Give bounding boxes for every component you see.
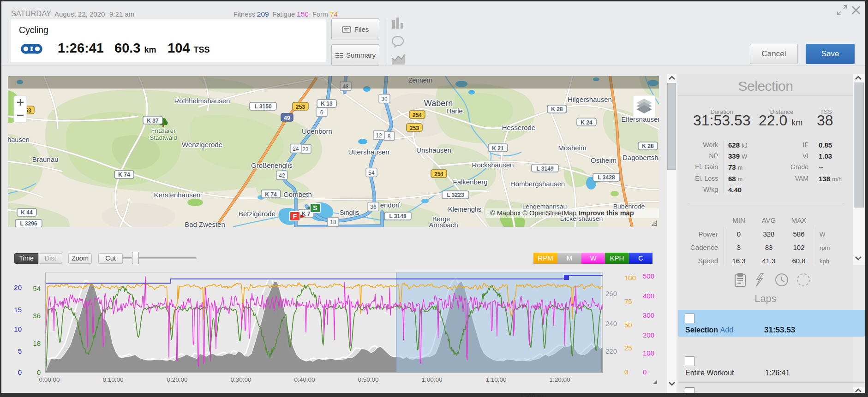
svg-text:0:00:00: 0:00:00: [39, 376, 60, 383]
svg-text:10: 10: [14, 325, 22, 333]
svg-text:0:10:00: 0:10:00: [102, 376, 123, 383]
svg-text:100: 100: [624, 274, 636, 282]
svg-text:18: 18: [33, 339, 41, 347]
svg-text:0:40:00: 0:40:00: [294, 376, 315, 383]
svg-text:400: 400: [643, 292, 654, 300]
svg-text:0: 0: [624, 368, 628, 376]
svg-text:0:50:00: 0:50:00: [358, 376, 378, 383]
svg-text:5: 5: [18, 347, 22, 355]
svg-text:0: 0: [643, 368, 647, 376]
svg-text:240: 240: [605, 320, 617, 327]
svg-text:220: 220: [605, 347, 617, 355]
svg-text:1:20:00: 1:20:00: [549, 376, 570, 383]
svg-text:260: 260: [605, 290, 617, 297]
svg-text:500: 500: [643, 272, 654, 280]
svg-text:100: 100: [643, 349, 654, 357]
svg-text:1:00:00: 1:00:00: [421, 376, 442, 383]
svg-text:200: 200: [643, 331, 654, 339]
svg-text:0: 0: [18, 368, 22, 376]
svg-text:36: 36: [33, 312, 41, 320]
svg-text:20: 20: [14, 284, 22, 291]
svg-text:25: 25: [624, 344, 632, 352]
svg-text:0:20:00: 0:20:00: [167, 376, 187, 383]
svg-text:300: 300: [643, 311, 654, 319]
svg-text:0: 0: [37, 368, 41, 376]
svg-text:0:30:00: 0:30:00: [230, 376, 251, 383]
svg-text:75: 75: [624, 297, 632, 305]
svg-text:1:10:00: 1:10:00: [485, 376, 506, 383]
svg-text:50: 50: [624, 321, 632, 329]
svg-text:54: 54: [33, 284, 41, 292]
svg-text:15: 15: [14, 306, 22, 314]
